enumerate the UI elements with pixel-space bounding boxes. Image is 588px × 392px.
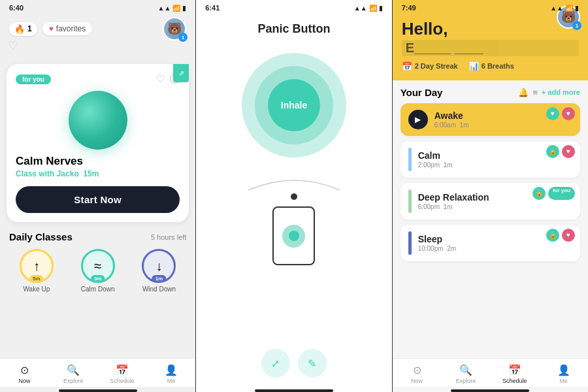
status-icons-1: ▲▲ 📶 ▮ xyxy=(158,5,187,12)
calm-card: for you ♡ ⓘ ⇗ Calm Nerves Class with Jac… xyxy=(7,64,189,222)
panel-panic: 6:41 ▲▲ 📶 ▮ Panic Button Inhale xyxy=(195,0,391,392)
calm-badges: 🔒 ♥ xyxy=(546,145,575,158)
schedule-label-3: Schedule xyxy=(502,378,527,384)
explore-label-3: Explore xyxy=(456,378,476,384)
bell-icon[interactable]: 🔔 xyxy=(518,88,529,97)
day-controls: 🔔 ≡ + add more xyxy=(518,88,580,97)
now-icon-3: ⊙ xyxy=(413,364,421,376)
signal-icon-2: ▲▲ xyxy=(354,5,367,12)
nav-explore-1[interactable]: 🔍 Explore xyxy=(49,364,98,384)
schedule-item-deep[interactable]: Deep Relaxation 6:00pm 1m 🔒 for you xyxy=(400,183,580,220)
winddown-badge: 1m xyxy=(152,275,167,282)
wifi-icon-3: 📶 xyxy=(565,5,573,12)
schedule-label-1: Schedule xyxy=(110,378,135,384)
panic-actions: ⤢ ✎ xyxy=(196,342,391,387)
awake-badges: ♥ ♥ xyxy=(546,107,575,120)
signal-icon-1: ▲▲ xyxy=(158,5,171,12)
deep-for-you-tag: for you xyxy=(548,187,575,200)
nav-explore-3[interactable]: 🔍 Explore xyxy=(441,364,490,384)
me-label-3: Me xyxy=(559,378,568,384)
class-item-wakeup[interactable]: ↑ 5m Wake Up xyxy=(9,249,64,293)
time-1: 6:40 xyxy=(9,4,24,12)
class-item-calmdown[interactable]: ≈ 3m Calm Down xyxy=(71,249,125,293)
schedule-icon-3: 📅 xyxy=(508,364,521,376)
heart-card-icon[interactable]: ♡ xyxy=(156,73,165,86)
card-title: Calm Nerves xyxy=(16,155,180,168)
sleep-color-bar xyxy=(408,231,412,255)
schedule-item-calm[interactable]: Calm 2:00pm 1m 🔒 ♥ xyxy=(400,141,580,178)
wakeup-badge: 5m xyxy=(29,275,44,282)
winddown-label: Wind Down xyxy=(142,286,176,293)
awake-teal-badge: ♥ xyxy=(546,107,559,120)
now-label-1: Now xyxy=(18,378,30,384)
now-label-3: Now xyxy=(411,378,423,384)
inhale-circle[interactable]: Inhale xyxy=(268,79,320,131)
schedule-item-awake[interactable]: ▶ Awake 6:00am 1m ♥ ♥ xyxy=(400,103,580,136)
share-button[interactable]: ⤢ xyxy=(261,349,290,378)
nav-me-1[interactable]: 👤 Me xyxy=(146,364,195,384)
class-item-winddown[interactable]: ↓ 1m Wind Down xyxy=(132,249,187,293)
edit-icon: ✎ xyxy=(308,357,316,370)
status-bar-3: 7:49 ▲▲ 📶 ▮ xyxy=(393,0,588,14)
me-icon-1: 👤 xyxy=(165,364,178,376)
header-stats: 📅 2 Day Streak 📊 6 Breaths xyxy=(402,61,579,71)
filter-icon[interactable]: ≡ xyxy=(532,88,538,97)
awake-time: 6:00am 1m xyxy=(434,122,572,129)
nav-now-1[interactable]: ⊙ Now xyxy=(0,364,49,384)
panel-now: 6:40 ▲▲ 📶 ▮ 🔥 1 ♥ favorites 🐻 1 ♡ for yo… xyxy=(0,0,195,392)
class-circle-winddown: ↓ 1m xyxy=(142,249,176,283)
share-icon: ⤢ xyxy=(271,357,280,370)
wifi-icon-1: 📶 xyxy=(172,5,180,12)
flame-badge[interactable]: 🔥 1 xyxy=(9,22,37,36)
start-now-button[interactable]: Start Now xyxy=(16,186,180,213)
deep-time: 6:00pm 1m xyxy=(418,203,572,210)
deep-lock-badge: 🔒 xyxy=(532,187,546,200)
nav-me-3[interactable]: 👤 Me xyxy=(539,364,588,384)
card-subtitle: Class with Jacko 15m xyxy=(16,169,180,178)
card-tags: for you ♡ ⓘ xyxy=(16,73,180,86)
favorites-badge[interactable]: ♥ favorites xyxy=(42,22,92,35)
preview-ring xyxy=(282,225,305,248)
me-label-1: Me xyxy=(167,378,176,384)
streak-stat: 📅 2 Day Streak xyxy=(402,61,458,71)
sleep-teal-badge: 🔒 xyxy=(546,229,559,242)
status-icons-2: ▲▲ 📶 ▮ xyxy=(354,5,383,12)
battery-icon-3: ▮ xyxy=(575,5,579,12)
signal-icon-3: ▲▲ xyxy=(550,5,563,12)
battery-icon-1: ▮ xyxy=(182,5,186,12)
phone-preview xyxy=(272,206,315,265)
flame-icon: 🔥 xyxy=(14,24,25,34)
wakeup-label: Wake Up xyxy=(24,286,50,293)
home-indicator-1 xyxy=(59,389,137,392)
bottom-nav-3: ⊙ Now 🔍 Explore 📅 Schedule 👤 Me xyxy=(393,358,588,387)
fav-icon-left[interactable]: ♡ xyxy=(7,39,189,53)
sleep-badges: 🔒 ♥ xyxy=(546,229,575,242)
schedule-item-sleep[interactable]: Sleep 10:00pm 2m 🔒 ♥ xyxy=(400,225,580,261)
now-icon-1: ⊙ xyxy=(20,364,29,376)
add-more-button[interactable]: + add more xyxy=(542,88,580,96)
card-orb xyxy=(16,91,180,150)
explore-label-1: Explore xyxy=(63,378,84,384)
awake-red-badge: ♥ xyxy=(562,107,575,120)
orb-visual xyxy=(69,91,127,150)
winddown-icon: ↓ xyxy=(155,259,162,274)
breath-curve xyxy=(242,171,346,197)
play-button-awake[interactable]: ▶ xyxy=(408,110,428,129)
nav-schedule-3[interactable]: 📅 Schedule xyxy=(490,364,539,384)
status-icons-3: ▲▲ 📶 ▮ xyxy=(550,5,579,12)
favorites-label: favorites xyxy=(56,24,86,33)
time-3: 7:49 xyxy=(402,4,416,12)
heart-icon: ♥ xyxy=(49,24,54,33)
edit-button[interactable]: ✎ xyxy=(298,349,327,378)
nav-schedule-1[interactable]: 📅 Schedule xyxy=(98,364,147,384)
bookmark-icon: ⇗ xyxy=(173,64,189,82)
calm-teal-badge: 🔒 xyxy=(546,145,559,158)
nav-now-3[interactable]: ⊙ Now xyxy=(393,364,442,384)
explore-icon-1: 🔍 xyxy=(67,364,80,376)
breaths-label: 6 Breaths xyxy=(482,62,514,70)
sleep-red-badge: ♥ xyxy=(562,229,575,242)
status-bar-1: 6:40 ▲▲ 📶 ▮ xyxy=(0,0,195,14)
breaths-stat: 📊 6 Breaths xyxy=(468,61,514,71)
time-2: 6:41 xyxy=(205,4,220,12)
breathing-container: Inhale xyxy=(196,36,391,342)
